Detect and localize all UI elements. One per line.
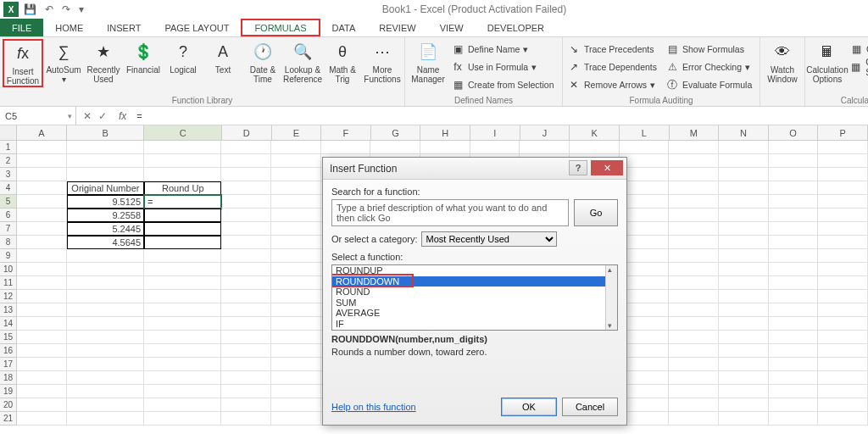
search-function-input[interactable]: Type a brief description of what you wan… <box>331 199 569 226</box>
cell-M18[interactable] <box>669 371 719 385</box>
row-header-9[interactable]: 9 <box>0 249 17 263</box>
cell-E17[interactable] <box>271 358 321 371</box>
remove-arrows-button[interactable]: ✕Remove Arrows ▾ <box>567 76 661 93</box>
cell-M2[interactable] <box>669 154 719 168</box>
cell-D5[interactable] <box>221 195 271 209</box>
autosum-button[interactable]: ∑AutoSum▾ <box>44 39 83 87</box>
row-header-3[interactable]: 3 <box>0 168 17 181</box>
function-item-hyperlink[interactable]: HYPERLINK <box>332 329 617 331</box>
cell-A20[interactable] <box>17 398 67 412</box>
row-header-2[interactable]: 2 <box>0 154 17 168</box>
cell-M8[interactable] <box>669 236 719 249</box>
cell-B13[interactable] <box>67 303 144 317</box>
cell-N15[interactable] <box>719 331 769 344</box>
cell-A16[interactable] <box>17 344 67 358</box>
cell-D14[interactable] <box>221 317 271 331</box>
use-in-formula-button[interactable]: fxUse in Formula ▾ <box>451 58 558 75</box>
cell-D1[interactable] <box>221 141 271 154</box>
cell-P17[interactable] <box>818 358 868 371</box>
tab-formulas[interactable]: FORMULAS <box>241 19 320 36</box>
cell-D17[interactable] <box>221 358 271 371</box>
cell-E19[interactable] <box>271 385 321 398</box>
cell-E9[interactable] <box>271 249 321 263</box>
cell-E8[interactable] <box>271 236 321 249</box>
cell-E10[interactable] <box>271 263 321 276</box>
cell-M6[interactable] <box>669 209 719 222</box>
col-header-C[interactable]: C <box>144 125 222 140</box>
function-item-round[interactable]: ROUND <box>332 287 617 298</box>
create-from-selection-button[interactable]: ▦Create from Selection <box>451 76 558 93</box>
cell-C15[interactable] <box>144 331 221 344</box>
cell-B14[interactable] <box>67 317 144 331</box>
row-header-21[interactable]: 21 <box>0 412 17 426</box>
cell-C8[interactable] <box>144 236 221 249</box>
cell-B3[interactable] <box>67 168 144 181</box>
cell-P4[interactable] <box>818 181 868 195</box>
name-manager-button[interactable]: 📄Name Manager <box>408 39 448 95</box>
cell-E6[interactable] <box>271 209 321 222</box>
cell-E15[interactable] <box>271 331 321 344</box>
cell-O11[interactable] <box>769 276 819 290</box>
cell-P14[interactable] <box>818 317 868 331</box>
cell-E14[interactable] <box>271 317 321 331</box>
cell-E20[interactable] <box>271 398 321 412</box>
cell-P8[interactable] <box>818 236 868 249</box>
col-header-M[interactable]: M <box>670 125 720 140</box>
cell-A1[interactable] <box>17 141 67 154</box>
cell-E16[interactable] <box>271 344 321 358</box>
cell-A4[interactable] <box>17 181 67 195</box>
cell-C9[interactable] <box>144 249 221 263</box>
cell-O20[interactable] <box>769 398 819 412</box>
cell-P10[interactable] <box>818 263 868 276</box>
cell-C6[interactable] <box>144 209 221 222</box>
cell-B21[interactable] <box>67 412 144 426</box>
cancel-button[interactable]: Cancel <box>562 398 618 416</box>
col-header-P[interactable]: P <box>818 125 868 140</box>
cell-M9[interactable] <box>669 249 719 263</box>
fx-icon-bar[interactable]: fx <box>114 110 131 122</box>
cell-C14[interactable] <box>144 317 221 331</box>
cell-M16[interactable] <box>669 344 719 358</box>
cell-C18[interactable] <box>144 371 221 385</box>
cell-D3[interactable] <box>221 168 271 181</box>
financial-button[interactable]: 💲Financial <box>124 39 163 87</box>
cell-N20[interactable] <box>719 398 769 412</box>
calculation-options-button[interactable]: 🖩Calculation Options <box>808 39 847 84</box>
recently-used-button[interactable]: ★Recently Used <box>84 39 123 87</box>
cell-A3[interactable] <box>17 168 67 181</box>
cell-P19[interactable] <box>818 385 868 398</box>
cell-N19[interactable] <box>719 385 769 398</box>
cell-B11[interactable] <box>67 276 144 290</box>
cell-C4[interactable]: Round Up <box>144 181 221 195</box>
ok-button[interactable]: OK <box>501 398 557 416</box>
cell-M7[interactable] <box>669 222 719 236</box>
function-list[interactable]: ROUNDUP ROUNDDOWN ROUND SUM AVERAGE IF H… <box>331 264 618 331</box>
cell-C12[interactable] <box>144 290 221 303</box>
cell-D11[interactable] <box>221 276 271 290</box>
col-header-G[interactable]: G <box>371 125 421 140</box>
col-header-N[interactable]: N <box>719 125 769 140</box>
cell-O13[interactable] <box>769 303 819 317</box>
cell-M17[interactable] <box>669 358 719 371</box>
cell-D19[interactable] <box>221 385 271 398</box>
cell-D7[interactable] <box>221 222 271 236</box>
formula-input[interactable]: = <box>131 111 868 121</box>
select-all-corner[interactable] <box>0 125 17 140</box>
cell-C20[interactable] <box>144 398 221 412</box>
tab-data[interactable]: DATA <box>320 19 368 36</box>
dialog-close-button[interactable]: ✕ <box>591 160 623 175</box>
cell-P20[interactable] <box>818 398 868 412</box>
cell-N17[interactable] <box>719 358 769 371</box>
cell-O19[interactable] <box>769 385 819 398</box>
cell-P2[interactable] <box>818 154 868 168</box>
cell-P12[interactable] <box>818 290 868 303</box>
cell-N2[interactable] <box>719 154 769 168</box>
cell-B7[interactable]: 5.2445 <box>67 222 144 236</box>
cell-N21[interactable] <box>719 412 769 426</box>
cell-A9[interactable] <box>17 249 67 263</box>
cell-P6[interactable] <box>818 209 868 222</box>
cell-E2[interactable] <box>271 154 321 168</box>
col-header-I[interactable]: I <box>470 125 520 140</box>
cell-B6[interactable]: 9.2558 <box>67 209 144 222</box>
cell-P18[interactable] <box>818 371 868 385</box>
